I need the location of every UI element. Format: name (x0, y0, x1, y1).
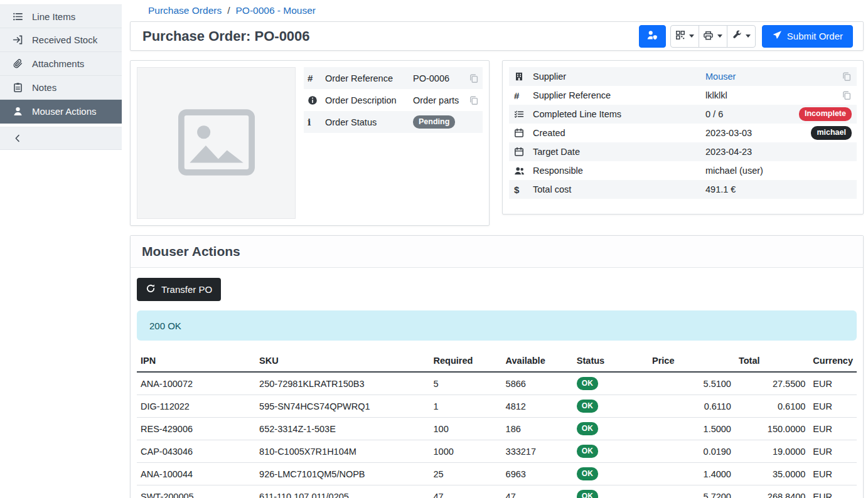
ok-badge: OK (577, 422, 598, 435)
cell-total: 268.8400 (735, 485, 809, 498)
detail-row-responsible: Responsible michael (user) (509, 161, 857, 180)
refresh-icon (146, 283, 156, 295)
detail-row-created: Created 2023-03-03 michael (509, 124, 857, 142)
cell-required: 25 (430, 463, 502, 485)
table-row: RES-429006 652-3314Z-1-503E 100 186 OK 1… (137, 418, 857, 440)
submit-order-button[interactable]: Submit Order (762, 25, 853, 48)
supplier-link[interactable]: Mouser (705, 72, 842, 82)
copy-icon[interactable] (469, 73, 479, 83)
detail-label: Created (533, 128, 705, 138)
transfer-po-button[interactable]: Transfer PO (137, 278, 221, 301)
chevron-down-icon (689, 34, 694, 38)
user-roles-button[interactable] (639, 25, 666, 48)
cell-sku: 595-SN74HCS74QPWRQ1 (255, 395, 429, 418)
copy-icon[interactable] (842, 90, 852, 100)
breadcrumb-link-current[interactable]: PO-0006 - Mouser (235, 5, 316, 16)
copy-icon[interactable] (842, 72, 852, 82)
details-section: # Order Reference PO-0006 Order Descript… (130, 60, 864, 226)
detail-value: 0 / 6 (705, 109, 799, 119)
tools-icon (732, 30, 742, 42)
cell-available: 333217 (502, 440, 573, 463)
cell-ipn: SWT-200005 (137, 485, 255, 498)
submit-order-label: Submit Order (787, 31, 843, 41)
page-title: Purchase Order: PO-0006 (142, 28, 310, 45)
page-header-panel: Purchase Order: PO-0006 (130, 21, 864, 51)
hash-icon: # (308, 73, 325, 83)
cell-total: 35.0000 (735, 463, 809, 485)
building-icon (514, 72, 533, 82)
cell-available: 47 (502, 485, 573, 498)
cell-currency: EUR (809, 372, 857, 395)
sidebar-item-line-items[interactable]: Line Items (0, 4, 122, 28)
ok-badge: OK (577, 400, 598, 413)
print-dropdown-button[interactable] (699, 25, 727, 48)
paperclip-icon (12, 58, 24, 69)
info-icon: i (308, 117, 325, 127)
sidebar-item-received-stock[interactable]: Received Stock (0, 28, 122, 52)
transfer-po-label: Transfer PO (161, 284, 212, 295)
sidebar-collapse-button[interactable] (0, 127, 122, 150)
cell-status: OK (573, 418, 648, 440)
sidebar-item-notes[interactable]: Notes (0, 76, 122, 100)
cell-price: 1.5000 (648, 418, 735, 440)
printer-icon (703, 30, 714, 43)
detail-label: Completed Line Items (533, 109, 705, 119)
detail-value: 2023-03-03 (705, 128, 811, 138)
list-check-icon (514, 109, 533, 119)
cell-available: 6963 (502, 463, 573, 485)
sidebar: Line Items Received Stock Attachments No… (0, 0, 122, 498)
order-image-placeholder[interactable] (137, 67, 296, 219)
ok-badge: OK (577, 490, 598, 498)
detail-value: lklklkl (705, 90, 842, 100)
cell-currency: EUR (809, 440, 857, 463)
column-header-price: Price (648, 351, 735, 372)
column-header-ipn: IPN (137, 351, 255, 372)
cell-price: 1.4000 (648, 463, 735, 485)
detail-row-total-cost: $ Total cost 491.1 € (509, 180, 857, 199)
cell-ipn: ANA-100044 (137, 463, 255, 485)
barcode-dropdown-button[interactable] (670, 25, 699, 48)
breadcrumb-link-purchase-orders[interactable]: Purchase Orders (148, 5, 222, 16)
cell-required: 100 (430, 418, 502, 440)
detail-row-order-description: Order Description Order parts (304, 89, 483, 111)
order-options-dropdown-button[interactable] (727, 25, 756, 48)
cell-price: 5.7200 (648, 485, 735, 498)
detail-label: Order Status (325, 117, 413, 127)
chevron-left-icon (12, 134, 24, 143)
cell-available: 4812 (502, 395, 573, 418)
cell-sku: 611-110.107.011/0205 (255, 485, 429, 498)
column-header-status: Status (573, 351, 648, 372)
cell-ipn: DIG-112022 (137, 395, 255, 418)
cell-total: 150.0000 (735, 418, 809, 440)
table-header-row: IPN SKU Required Available Status Price … (137, 351, 857, 372)
cell-ipn: ANA-100072 (137, 372, 255, 395)
detail-label: Target Date (533, 147, 705, 157)
cell-status: OK (573, 463, 648, 485)
detail-row-order-reference: # Order Reference PO-0006 (304, 67, 483, 89)
sidebar-item-attachments[interactable]: Attachments (0, 52, 122, 76)
qr-code-icon (675, 30, 685, 42)
detail-label: Total cost (533, 184, 705, 194)
incomplete-badge: Incomplete (799, 107, 852, 121)
paper-plane-icon (772, 30, 782, 42)
detail-label: Order Description (325, 95, 413, 105)
mouser-actions-body: Transfer PO 200 OK IPN SKU Required Avai… (131, 268, 863, 498)
sidebar-item-mouser-actions[interactable]: Mouser Actions (0, 100, 122, 124)
status-badge: Pending (413, 115, 455, 129)
copy-icon[interactable] (469, 95, 479, 105)
list-icon (12, 11, 24, 22)
cell-status: OK (573, 372, 648, 395)
header-button-group (670, 25, 756, 48)
sidebar-item-label: Line Items (32, 11, 75, 22)
user-icon (12, 106, 24, 117)
main-content: Purchase Orders / PO-0006 - Mouser Purch… (122, 0, 868, 498)
table-row: DIG-112022 595-SN74HCS74QPWRQ1 1 4812 OK… (137, 395, 857, 418)
detail-row-target-date: Target Date 2023-04-23 (509, 142, 857, 161)
cell-sku: 652-3314Z-1-503E (255, 418, 429, 440)
table-row: ANA-100044 926-LMC7101QM5/NOPB 25 6963 O… (137, 463, 857, 485)
cell-required: 47 (430, 485, 502, 498)
cell-required: 5 (430, 372, 502, 395)
transfer-results-table: IPN SKU Required Available Status Price … (137, 351, 857, 498)
order-details-table: # Order Reference PO-0006 Order Descript… (304, 67, 483, 219)
sidebar-item-label: Notes (32, 82, 56, 93)
